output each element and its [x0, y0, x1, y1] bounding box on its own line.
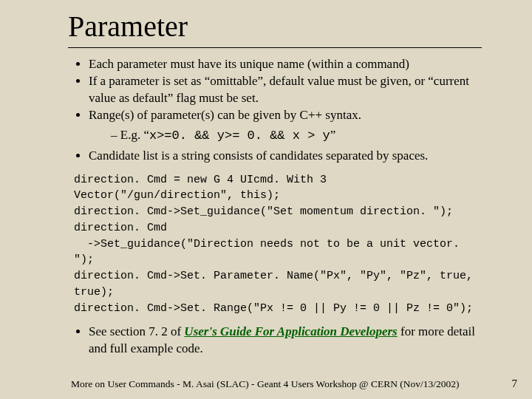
code-line-5: direction. Cmd->Set. Range("Px != 0 || P…	[74, 302, 473, 315]
code-line-2: direction. Cmd	[74, 222, 167, 234]
bullet-3-sub: E.g. “x>=0. && y>= 0. && x > y”	[111, 127, 482, 145]
footer-text: More on User Commands - M. Asai (SLAC) -…	[71, 378, 485, 390]
slide: Parameter Each parameter must have its u…	[0, 0, 532, 399]
b3-sub-a: E.g. “	[120, 128, 149, 142]
code-line-0: direction. Cmd = new G 4 UIcmd. With 3 V…	[74, 174, 333, 202]
b5-a: See section 7. 2 of	[89, 324, 184, 338]
b3-sub-code: x>=0. && y>= 0. && x > y	[149, 129, 330, 143]
title-underline	[68, 47, 482, 48]
b3-sub-b: ”	[330, 128, 336, 142]
code-block: direction. Cmd = new G 4 UIcmd. With 3 V…	[74, 172, 482, 317]
bullet-4: Candidate list is a string consists of c…	[89, 148, 482, 165]
bullet-2: If a parameter is set as “omittable”, de…	[89, 73, 482, 107]
bullet-5: See section 7. 2 of User's Guide For App…	[89, 324, 482, 358]
bullet-3-text: Range(s) of parameter(s) can be given by…	[89, 108, 361, 122]
page-number: 7	[512, 378, 518, 390]
code-line-3: ->Set_guidance("Direction needs not to b…	[74, 238, 466, 267]
users-guide-link[interactable]: User's Guide For Application Developers	[184, 324, 397, 338]
slide-body: Each parameter must have its unique name…	[68, 56, 482, 358]
code-line-1: direction. Cmd->Set_guidance("Set moment…	[74, 205, 453, 218]
slide-title: Parameter	[68, 9, 188, 44]
code-line-4: direction. Cmd->Set. Parameter. Name("Px…	[74, 270, 480, 299]
bullet-3: Range(s) of parameter(s) can be given by…	[89, 107, 482, 145]
bullet-1: Each parameter must have its unique name…	[89, 56, 482, 73]
